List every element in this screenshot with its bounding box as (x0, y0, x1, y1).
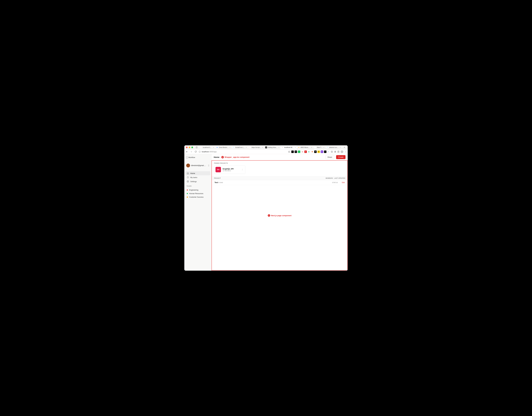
sync-icon[interactable] (331, 151, 333, 153)
tab-label: https://scriptcron.c… (252, 146, 261, 148)
project-name: GraphQL API (223, 168, 239, 170)
col-project: PROJECT (214, 177, 319, 179)
team-label: Engineering (189, 189, 198, 191)
new-tab-button[interactable]: + (343, 146, 346, 149)
team-dot-icon (187, 189, 188, 191)
extension-icon[interactable]: ◉ (321, 151, 323, 153)
page-content: PINNED PROJECTS GA GraphQL API 12 Member… (211, 160, 348, 271)
user-menu[interactable]: dbredvick@gmail.… (185, 163, 210, 168)
table-row[interactable]: Test in test STATUS Edit (212, 180, 347, 185)
tab-close-icon[interactable]: × (229, 146, 230, 148)
maximize-window[interactable] (191, 146, 193, 148)
browser-tab[interactable]: tScriptCron (@Script…× (231, 145, 248, 149)
browser-tab[interactable]: ○https://scriptcron.c…× (248, 145, 264, 149)
nav-item-home[interactable]: Home (185, 171, 210, 175)
tab-close-icon[interactable]: × (213, 146, 214, 148)
row-status: STATUS (332, 182, 338, 183)
tab-label: tailwind cons - Twit… (329, 146, 339, 148)
browser-tab[interactable]: ○localhost:3000× (199, 145, 215, 149)
minimize-window[interactable] (189, 146, 190, 148)
browser-tab[interactable]: ○localhost:3000/app× (280, 145, 297, 149)
broken-image-icon (186, 156, 188, 158)
extensions-icon[interactable] (334, 151, 336, 153)
pinned-project-card[interactable]: GA GraphQL API 12 Members ⋮ (214, 165, 245, 174)
browser-tab[interactable]: ttailwind cons - Twit…× (325, 145, 342, 149)
tab-favicon: ○ (249, 146, 251, 148)
team-dot-icon (187, 197, 188, 198)
extension-icon[interactable]: R (314, 151, 317, 153)
nav-label: My tasks (190, 176, 197, 178)
window-controls (186, 146, 193, 148)
tab-favicon: ○ (200, 146, 202, 148)
extension-icon[interactable]: ● (327, 151, 330, 153)
url-path: :3000/app (209, 151, 217, 153)
share-button[interactable]: Share (325, 155, 334, 159)
annotation-1: 1 Next.js page component (268, 214, 292, 217)
tab-favicon: t (326, 146, 328, 148)
browser-tab[interactable]: New Tab× (313, 145, 325, 149)
logo-alt: Workflow (188, 156, 195, 158)
col-members: MEMBERS (319, 177, 333, 179)
row-edit[interactable]: Edit (342, 182, 345, 184)
extension-icon[interactable]: ••• (294, 151, 297, 153)
tab-close-icon[interactable]: × (311, 146, 312, 148)
nav-icon (187, 176, 189, 178)
extension-icon[interactable]: Я (317, 151, 320, 153)
browser-tab[interactable]: ■AWS Management C…× (297, 145, 313, 149)
extension-icon[interactable]: t (324, 151, 326, 153)
tab-close-icon[interactable]: × (278, 146, 279, 148)
tab-close-icon[interactable]: × (340, 146, 341, 148)
tab-close-icon[interactable]: × (246, 146, 247, 148)
profile-avatar[interactable] (341, 150, 343, 153)
svg-point-5 (188, 181, 188, 182)
kebab-icon[interactable]: ⋮ (241, 168, 244, 171)
tab-favicon: ○ (282, 146, 284, 148)
tab-close-icon[interactable]: × (323, 146, 324, 148)
extension-icon[interactable] (291, 151, 294, 153)
tab-close-icon[interactable]: × (262, 146, 263, 148)
updown-icon (208, 164, 209, 166)
address-bar[interactable]: localhost:3000/app (199, 151, 274, 153)
team-item[interactable]: Human Resources (185, 192, 210, 195)
team-item[interactable]: Customer Success (185, 195, 210, 199)
svg-point-2 (331, 151, 333, 153)
table-header: PROJECT MEMBERS LAST UPDATED (212, 176, 347, 180)
tab-favicon: ◆ (216, 146, 218, 148)
project-members: 12 Members (223, 170, 239, 172)
create-button[interactable]: Create (336, 155, 345, 159)
extension-icon[interactable]: ◉ (308, 151, 310, 153)
user-email: dbredvick@gmail.… (191, 164, 207, 166)
browser-titlebar: ○localhost:3000×◆Drew Bredvick - Ad…×tSc… (184, 145, 348, 149)
back-button[interactable] (186, 151, 188, 153)
annotation-1-label: Next.js page component (271, 214, 292, 217)
annotation-2: 2 Wrapper _app.tsx component (221, 156, 249, 158)
browser-tab[interactable]: dEditing How to Cre…× (264, 145, 280, 149)
tab-favicon: t (233, 146, 234, 148)
nav-label: Settings (190, 181, 197, 183)
tab-close-icon[interactable]: × (295, 146, 296, 148)
reading-list-icon[interactable] (337, 151, 340, 153)
reload-button[interactable] (194, 151, 197, 153)
extension-icon[interactable]: 🦊 (311, 151, 313, 153)
nav-item-my-tasks[interactable]: My tasks (185, 175, 210, 179)
browser-tabs: ○localhost:3000×◆Drew Bredvick - Ad…×tSc… (199, 145, 342, 149)
tab-overview-icon[interactable] (196, 146, 198, 149)
tab-favicon (314, 146, 316, 148)
annotation-1-badge: 1 (268, 214, 270, 217)
annotation-2-label: Wrapper _app.tsx component (225, 156, 249, 158)
team-item[interactable]: Engineering (185, 188, 210, 192)
browser-menu[interactable]: ⋮ (344, 151, 346, 153)
star-icon[interactable] (288, 151, 290, 153)
annotation-2-badge: 2 (221, 156, 224, 158)
extension-icon[interactable] (298, 151, 300, 153)
forward-button[interactable] (190, 151, 192, 153)
page-title: Home (214, 156, 219, 158)
teams-label: TEAMS (185, 184, 210, 188)
row-desc: in test (218, 182, 223, 184)
close-window[interactable] (186, 146, 188, 148)
tab-label: ScriptCron (@Script… (235, 146, 245, 148)
browser-tab[interactable]: ◆Drew Bredvick - Ad…× (215, 145, 231, 149)
extension-icon[interactable]: G (304, 151, 307, 153)
nav-item-settings[interactable]: Settings (185, 179, 210, 184)
extension-icon[interactable]: ◎ (301, 151, 304, 153)
